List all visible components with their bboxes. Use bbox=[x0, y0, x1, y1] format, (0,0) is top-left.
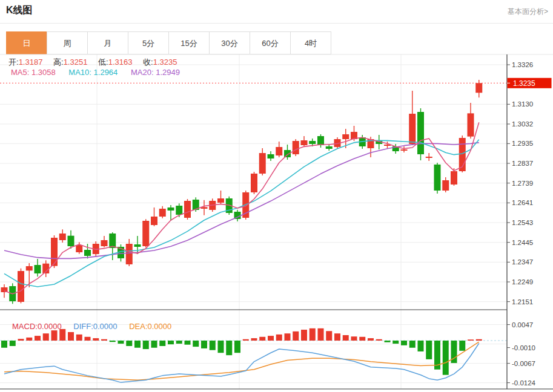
candle-body bbox=[342, 134, 349, 139]
macd-bar bbox=[159, 341, 165, 346]
candle-body bbox=[426, 157, 432, 158]
macd-bar bbox=[126, 341, 132, 346]
macd-bar bbox=[368, 338, 374, 341]
ma20-line bbox=[4, 143, 479, 259]
y-axis-label: 1.2249 bbox=[512, 278, 533, 286]
dea-value: 0.0000 bbox=[148, 322, 172, 331]
macd-bar bbox=[51, 330, 58, 341]
macd-bar bbox=[35, 336, 41, 341]
macd-bar bbox=[234, 341, 240, 353]
macd-bar bbox=[276, 335, 282, 341]
macd-bar bbox=[101, 339, 107, 341]
candle-body bbox=[151, 217, 157, 225]
macd-bar bbox=[259, 337, 265, 341]
macd-bar bbox=[85, 337, 91, 341]
candle-body bbox=[101, 240, 108, 246]
y-axis-label: 1.2837 bbox=[512, 160, 533, 167]
macd-bar bbox=[176, 341, 182, 344]
macd-bar bbox=[343, 335, 349, 341]
macd-bar bbox=[193, 341, 199, 347]
candle-body bbox=[251, 174, 257, 192]
macd-bar bbox=[385, 341, 391, 342]
macd-bar bbox=[401, 341, 407, 345]
ma10-value: 1.2964 bbox=[94, 68, 118, 77]
macd-bar bbox=[443, 341, 449, 375]
macd-bar bbox=[10, 341, 16, 346]
macd-bar bbox=[268, 336, 274, 341]
macd-bar bbox=[310, 328, 316, 341]
candle-body bbox=[68, 236, 75, 246]
macd-bar bbox=[426, 341, 432, 359]
ma-readout: MA5: 1.3058 MA10: 1.2964 MA20: 1.2949 bbox=[11, 68, 180, 77]
macd-bar bbox=[376, 339, 382, 341]
macd-bar bbox=[151, 341, 157, 348]
candle-body bbox=[184, 201, 191, 218]
candle-body bbox=[35, 265, 41, 273]
candle-body bbox=[309, 141, 316, 144]
y-axis-label: 1.2543 bbox=[512, 219, 533, 226]
macd-bar bbox=[201, 341, 207, 348]
candle-body bbox=[84, 250, 91, 256]
ma5-label: MA5: bbox=[11, 68, 29, 77]
y-axis-label: 1.2739 bbox=[512, 180, 533, 187]
candle-body bbox=[26, 266, 33, 270]
candle-body bbox=[59, 234, 66, 240]
macd-bar bbox=[118, 341, 124, 344]
macd-bar bbox=[418, 341, 424, 351]
candle-body bbox=[134, 244, 141, 247]
diff-value: 0.0000 bbox=[93, 322, 118, 331]
ma5-line bbox=[4, 122, 479, 293]
macd-bar bbox=[218, 341, 224, 353]
candle-body bbox=[417, 112, 424, 154]
y-axis-label: 1.3326 bbox=[512, 61, 533, 68]
low-value: 1.3163 bbox=[108, 57, 133, 67]
macd-bar bbox=[476, 339, 482, 341]
low-label: 低: bbox=[98, 57, 108, 67]
macd-bar bbox=[318, 328, 324, 341]
macd-bar bbox=[68, 332, 74, 341]
macd-bar bbox=[409, 341, 416, 348]
candle-body bbox=[126, 244, 133, 264]
ohlc-readout: 开:1.3187 高:1.3251 低:1.3163 收:1.3235 bbox=[8, 57, 185, 68]
open-value: 1.3187 bbox=[19, 57, 43, 67]
macd-bar bbox=[326, 331, 332, 341]
high-label: 高: bbox=[53, 57, 64, 67]
high-value: 1.3251 bbox=[64, 57, 88, 67]
macd-bar bbox=[134, 341, 141, 348]
candle-body bbox=[18, 271, 24, 302]
candle-body bbox=[293, 141, 299, 154]
candle-body bbox=[301, 140, 308, 145]
macd-bar bbox=[26, 338, 32, 341]
ma20-label: MA20: bbox=[131, 68, 154, 77]
candle-body bbox=[468, 113, 474, 136]
macd-bar bbox=[226, 341, 232, 355]
macd-bar bbox=[392, 341, 399, 344]
macd-bar bbox=[43, 333, 49, 341]
y-axis-label: 1.2151 bbox=[512, 298, 533, 305]
ma10-label: MA10: bbox=[68, 68, 91, 77]
candle-body bbox=[109, 234, 116, 248]
macd-bar bbox=[76, 335, 82, 341]
candle-body bbox=[76, 245, 82, 252]
macd-bar bbox=[110, 341, 116, 342]
macd-bar bbox=[210, 341, 216, 350]
kline-widget: K线图 基本面分析> 日 周 月 5分 15分 30分 60分 4时 1.332… bbox=[0, 0, 553, 392]
candle-body bbox=[475, 83, 482, 93]
macd-axis-label: -0.0124 bbox=[512, 379, 536, 387]
candle-body bbox=[168, 207, 174, 211]
ma5-value: 1.3058 bbox=[31, 68, 56, 77]
candle-body bbox=[317, 136, 324, 145]
macd-bar bbox=[243, 339, 249, 341]
macd-axis-label: -0.0067 bbox=[512, 360, 535, 367]
macd-label: MACD: bbox=[12, 322, 38, 331]
y-axis-label: 1.2935 bbox=[512, 140, 533, 147]
diff-label: DIFF: bbox=[73, 322, 93, 331]
candle-body bbox=[409, 114, 416, 144]
candle-body bbox=[268, 154, 274, 158]
candle-body bbox=[442, 180, 449, 191]
macd-axis-label: -0.0010 bbox=[512, 344, 535, 351]
macd-value: 0.0000 bbox=[38, 322, 62, 331]
y-axis-label: 1.2347 bbox=[512, 258, 533, 266]
macd-bar bbox=[293, 332, 299, 341]
macd-bar bbox=[185, 341, 191, 345]
